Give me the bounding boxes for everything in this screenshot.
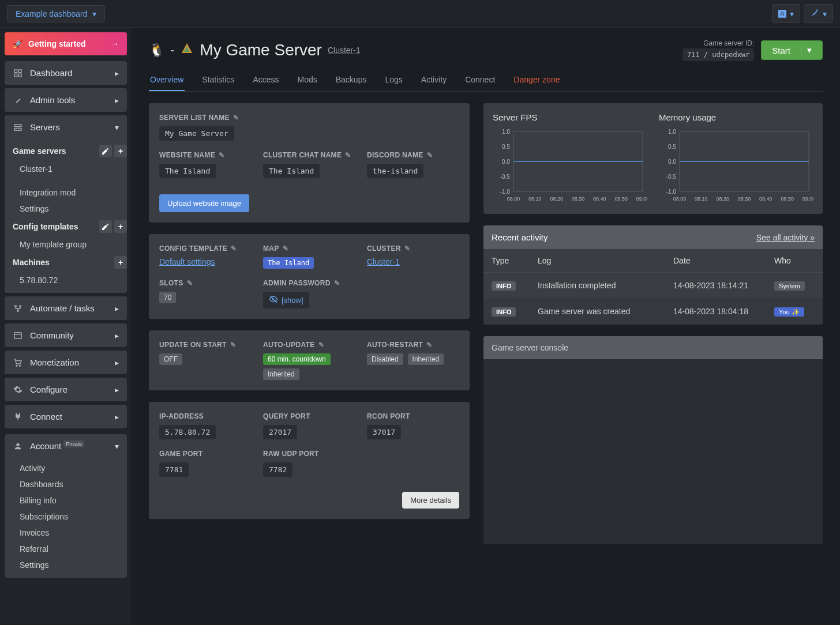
gsid-value: 711 / udcpedxwr [682, 48, 754, 61]
nav-sub-label: Game servers [13, 146, 66, 156]
type-badge: INFO [492, 281, 516, 291]
chart-fps: -1.0-0.50.00.51.008:0008:1008:2008:3008:… [493, 128, 647, 203]
pencil-icon[interactable]: ✎ [318, 341, 324, 349]
browser-icon [13, 331, 23, 340]
tab-logs[interactable]: Logs [384, 69, 403, 91]
nav-connect[interactable]: Connect ▸ [5, 405, 127, 428]
nav-dashboard[interactable]: Dashboard ▸ [5, 61, 127, 85]
nav-account-block: AccountPrivate ▾ Activity Dashboards Bil… [5, 434, 127, 578]
add-button[interactable]: + [114, 256, 127, 269]
tab-activity[interactable]: Activity [420, 69, 448, 91]
chart-memory: -1.0-0.50.00.51.008:0008:1008:2008:3008:… [659, 128, 813, 203]
pencil-icon[interactable]: ✎ [426, 341, 432, 349]
edit-button[interactable] [99, 145, 112, 157]
chevron-right-icon: ▸ [115, 69, 119, 78]
nav-account-subscriptions[interactable]: Subscriptions [13, 509, 127, 525]
nav-servers[interactable]: Servers ▾ [5, 115, 127, 139]
nav-label: Monetization [30, 357, 79, 367]
svg-text:1.0: 1.0 [668, 129, 676, 135]
pencil-icon[interactable]: ✎ [230, 341, 236, 349]
pencil-icon[interactable]: ✎ [345, 151, 351, 159]
nav-account-billing[interactable]: Billing info [13, 492, 127, 509]
pencil-icon[interactable]: ✎ [283, 244, 288, 253]
nav-sub-item-cluster[interactable]: Cluster-1 [13, 161, 127, 177]
pencil-icon[interactable]: ✎ [233, 114, 239, 122]
arrow-right-icon: → [111, 39, 119, 48]
magic-button[interactable]: ▾ [804, 4, 833, 23]
nav-sub-item-template[interactable]: My template group [13, 236, 127, 253]
nav-sub-item-settings[interactable]: Settings [13, 201, 127, 217]
nav-label: Community [30, 330, 74, 340]
log-text: Game server was created [538, 307, 673, 316]
tab-statistics[interactable]: Statistics [201, 69, 235, 91]
activity-row: INFOGame server was created14-08-2023 18… [483, 299, 823, 325]
dashboard-selector[interactable]: Example dashboard ▾ [7, 5, 105, 22]
tab-backups[interactable]: Backups [335, 69, 368, 91]
nav-servers-block: Servers ▾ Game servers + Cluster-1 Integ… [5, 115, 127, 293]
more-details-button[interactable]: More details [402, 492, 459, 509]
tab-connect[interactable]: Connect [464, 69, 496, 91]
show-password-button[interactable]: [show] [263, 292, 309, 308]
pencil-icon[interactable]: ✎ [187, 279, 193, 287]
nav-account-activity[interactable]: Activity [13, 460, 127, 476]
field-label: DISCORD NAME [367, 151, 423, 159]
nav-account-invoices[interactable]: Invoices [13, 525, 127, 541]
topbar: Example dashboard ▾ 🅰 ▾ ▾ [0, 0, 840, 28]
field-label: GAME PORT [159, 450, 202, 458]
svg-text:-1.0: -1.0 [500, 189, 511, 195]
nav-label: Connect [30, 412, 62, 421]
config-template-link[interactable]: Default settings [159, 257, 215, 266]
getting-started-button[interactable]: 🚀 Getting started → [5, 32, 127, 55]
pencil-icon[interactable]: ✎ [404, 244, 410, 253]
pencil-icon[interactable]: ✎ [219, 151, 224, 159]
nav-account-dashboards[interactable]: Dashboards [13, 476, 127, 492]
field-label: AUTO-RESTART [367, 341, 423, 349]
activity-card: Recent activity See all activity » Type … [483, 225, 823, 325]
nav-sub-item-integration[interactable]: Integration mod [13, 185, 127, 201]
chevron-down-icon: ▾ [801, 45, 812, 55]
chevron-right-icon: ▸ [115, 304, 119, 313]
translate-button[interactable]: 🅰 ▾ [772, 4, 800, 23]
nav-automate[interactable]: Automate / tasks ▸ [5, 296, 127, 320]
update-card: UPDATE ON START✎ OFF AUTO-UPDATE✎ 60 min… [149, 330, 470, 390]
cluster-link[interactable]: Cluster-1 [328, 46, 361, 55]
console-body[interactable] [483, 359, 823, 544]
nav-configure[interactable]: Configure ▸ [5, 378, 127, 401]
nav-account-referral[interactable]: Referral [13, 541, 127, 557]
cluster-value-link[interactable]: Cluster-1 [367, 257, 400, 266]
svg-point-12 [19, 365, 20, 366]
tab-mods[interactable]: Mods [297, 69, 318, 91]
raw-udp-value: 7782 [263, 462, 292, 477]
start-button[interactable]: Start ▾ [761, 40, 823, 60]
edit-button[interactable] [99, 220, 112, 233]
field-label: AUTO-UPDATE [263, 341, 315, 349]
auto-update-inherited: Inherited [263, 368, 299, 380]
nav-monetization[interactable]: Monetization ▸ [5, 351, 127, 374]
tab-access[interactable]: Access [252, 69, 280, 91]
nav-sub-item-machine[interactable]: 5.78.80.72 [13, 272, 127, 288]
svg-text:08:00: 08:00 [673, 196, 687, 202]
nav-account-settings[interactable]: Settings [13, 557, 127, 573]
see-all-link[interactable]: See all activity » [756, 233, 815, 242]
field-label: UPDATE ON START [159, 341, 227, 349]
add-button[interactable]: + [114, 220, 127, 233]
nav-sub-label: Config templates [13, 222, 78, 231]
svg-text:0.0: 0.0 [502, 159, 510, 165]
nav-account[interactable]: AccountPrivate ▾ [5, 434, 127, 458]
nav-community[interactable]: Community ▸ [5, 323, 127, 347]
svg-text:08:20: 08:20 [550, 196, 563, 202]
network-card: IP-ADDRESS 5.78.80.72 QUERY PORT 27017 R… [149, 402, 470, 519]
nav-sub-label: Machines [13, 258, 50, 267]
field-label: IP-ADDRESS [159, 412, 204, 420]
tab-overview[interactable]: Overview [149, 69, 185, 91]
add-button[interactable]: + [114, 145, 127, 157]
pencil-icon[interactable]: ✎ [427, 151, 433, 159]
separator: - [170, 43, 174, 58]
pencil-icon[interactable]: ✎ [231, 244, 237, 253]
tab-danger-zone[interactable]: Danger zone [512, 69, 561, 91]
pencil-icon[interactable]: ✎ [334, 279, 340, 287]
nav-label: Configure [30, 385, 68, 394]
nav-admin-tools[interactable]: Admin tools ▸ [5, 88, 127, 112]
svg-text:0.5: 0.5 [668, 144, 676, 150]
upload-image-button[interactable]: Upload website image [159, 194, 249, 212]
